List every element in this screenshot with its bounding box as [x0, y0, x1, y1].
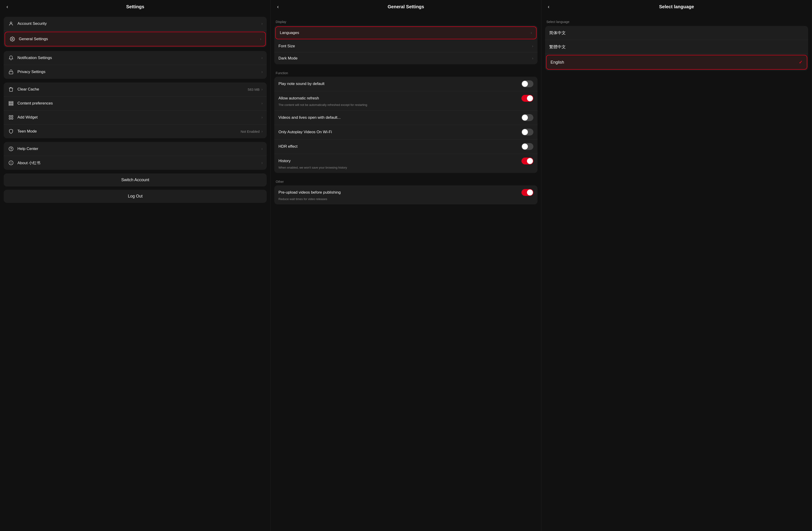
play-note-sound-label: Play note sound by default: [278, 82, 521, 86]
add-widget-label: Add Widget: [17, 115, 261, 120]
teen-mode-row[interactable]: Teen Mode Not Enabled ›: [4, 125, 267, 138]
svg-rect-7: [12, 115, 13, 117]
play-note-sound-row[interactable]: Play note sound by default: [274, 77, 537, 91]
add-widget-row[interactable]: Add Widget ›: [4, 111, 267, 125]
about-row[interactable]: About 小红书 ›: [4, 156, 267, 170]
play-note-sound-toggle[interactable]: [521, 80, 533, 87]
svg-rect-3: [9, 101, 13, 103]
general-settings-back-button[interactable]: ‹: [275, 3, 280, 11]
select-language-title: Select language: [659, 4, 694, 10]
general-settings-header: ‹ General Settings: [271, 0, 541, 14]
svg-point-1: [12, 38, 13, 40]
svg-rect-9: [12, 118, 13, 119]
allow-auto-refresh-row[interactable]: Allow automatic refresh The content will…: [274, 91, 537, 111]
display-section-label: Display: [274, 17, 537, 26]
svg-rect-5: [9, 104, 13, 106]
hdr-effect-toggle[interactable]: [521, 143, 533, 150]
settings-body: Account Security › General Settings › No…: [0, 14, 270, 531]
lock-icon: [8, 69, 14, 75]
settings-group-tools: Clear Cache 583 MB › Content preferences…: [4, 82, 267, 138]
lang-zh-cn-label: 简体中文: [549, 30, 804, 36]
select-language-body: Select language 简体中文 繁體中文 English ✓: [541, 14, 812, 531]
trash-icon: [8, 86, 14, 93]
hdr-effect-row[interactable]: HDR effect: [274, 139, 537, 154]
pre-upload-label: Pre-upload videos before publishing: [278, 190, 521, 195]
play-note-sound-col: Play note sound by default: [278, 82, 521, 86]
select-language-header: ‹ Select language: [541, 0, 812, 14]
switch-account-button[interactable]: Switch Account: [4, 173, 267, 186]
allow-auto-refresh-toggle[interactable]: [521, 95, 533, 102]
svg-rect-4: [9, 103, 13, 104]
general-settings-body: Display Languages › Font Size › Dark Mod…: [271, 14, 541, 531]
teen-mode-chevron: ›: [261, 129, 263, 134]
function-group: Play note sound by default Allow automat…: [274, 77, 537, 173]
autoplay-wifi-row[interactable]: Only Autoplay Videos On Wi-Fi: [274, 125, 537, 139]
svg-point-0: [10, 22, 12, 24]
function-section-label: Function: [274, 68, 537, 77]
svg-rect-8: [9, 118, 11, 119]
person-icon: [8, 20, 14, 27]
select-language-back-button[interactable]: ‹: [546, 3, 551, 11]
lang-zh-tw-row[interactable]: 繁體中文: [545, 40, 808, 54]
history-row[interactable]: History When enabled, we won't save your…: [274, 154, 537, 173]
pre-upload-sub: Reduce wait times for video releases: [278, 197, 327, 201]
info-icon: [8, 159, 14, 166]
autoplay-wifi-col: Only Autoplay Videos On Wi-Fi: [278, 130, 521, 134]
settings-title: Settings: [126, 4, 144, 10]
lang-en-row[interactable]: English ✓: [546, 55, 807, 70]
account-security-chevron: ›: [261, 22, 263, 26]
select-language-panel: ‹ Select language Select language 简体中文 繁…: [541, 0, 812, 531]
clear-cache-chevron: ›: [261, 87, 263, 92]
settings-back-button[interactable]: ‹: [4, 3, 10, 11]
clear-cache-row[interactable]: Clear Cache 583 MB ›: [4, 82, 267, 96]
privacy-chevron: ›: [261, 70, 263, 74]
lang-zh-cn-row[interactable]: 简体中文: [545, 26, 808, 40]
help-center-row[interactable]: Help Center ›: [4, 142, 267, 156]
help-icon: [8, 145, 14, 152]
notification-settings-row[interactable]: Notification Settings ›: [4, 51, 267, 65]
content-preferences-chevron: ›: [261, 101, 263, 106]
videos-lives-row[interactable]: Videos and lives open with default...: [274, 111, 537, 125]
pre-upload-toggle[interactable]: [521, 189, 533, 196]
content-preferences-label: Content preferences: [17, 101, 261, 106]
svg-rect-2: [9, 72, 13, 74]
language-list: 简体中文 繁體中文 English ✓: [545, 26, 808, 70]
lang-en-check: ✓: [799, 59, 802, 65]
history-toggle[interactable]: [521, 157, 533, 165]
hdr-effect-label: HDR effect: [278, 144, 521, 149]
bell-icon: [8, 55, 14, 61]
settings-group-help: Help Center › About 小红书 ›: [4, 142, 267, 170]
dark-mode-label: Dark Mode: [278, 56, 532, 61]
content-preferences-row[interactable]: Content preferences ›: [4, 96, 267, 111]
clear-cache-label: Clear Cache: [17, 87, 248, 92]
general-settings-row[interactable]: General Settings ›: [4, 32, 266, 46]
svg-rect-6: [9, 115, 11, 117]
language-section-label: Select language: [545, 17, 808, 26]
settings-group-notify: Notification Settings › Privacy Settings…: [4, 51, 267, 79]
history-label: History: [278, 159, 521, 163]
videos-lives-toggle[interactable]: [521, 114, 533, 121]
privacy-settings-row[interactable]: Privacy Settings ›: [4, 65, 267, 79]
clear-cache-value: 583 MB: [248, 87, 260, 92]
add-widget-chevron: ›: [261, 115, 263, 120]
shield-icon: [8, 128, 14, 135]
dark-mode-row[interactable]: Dark Mode ›: [274, 52, 537, 64]
gear-icon: [9, 36, 16, 42]
autoplay-wifi-toggle[interactable]: [521, 129, 533, 136]
other-section-label: Other: [274, 177, 537, 185]
display-group: Languages › Font Size › Dark Mode ›: [274, 26, 537, 64]
log-out-button[interactable]: Log Out: [4, 190, 267, 203]
languages-chevron: ›: [531, 31, 532, 35]
font-size-row[interactable]: Font Size ›: [274, 40, 537, 52]
general-settings-chevron: ›: [260, 37, 261, 41]
pre-upload-row[interactable]: Pre-upload videos before publishing Redu…: [274, 185, 537, 205]
allow-auto-refresh-label: Allow automatic refresh: [278, 96, 521, 101]
account-security-row[interactable]: Account Security ›: [4, 17, 267, 31]
about-label: About 小红书: [17, 160, 261, 166]
videos-lives-col: Videos and lives open with default...: [278, 115, 521, 120]
account-security-label: Account Security: [17, 22, 261, 26]
languages-row[interactable]: Languages ›: [275, 26, 536, 39]
dark-mode-chevron: ›: [532, 56, 533, 60]
settings-panel: ‹ Settings Account Security › General Se…: [0, 0, 271, 531]
general-settings-label: General Settings: [19, 37, 260, 41]
